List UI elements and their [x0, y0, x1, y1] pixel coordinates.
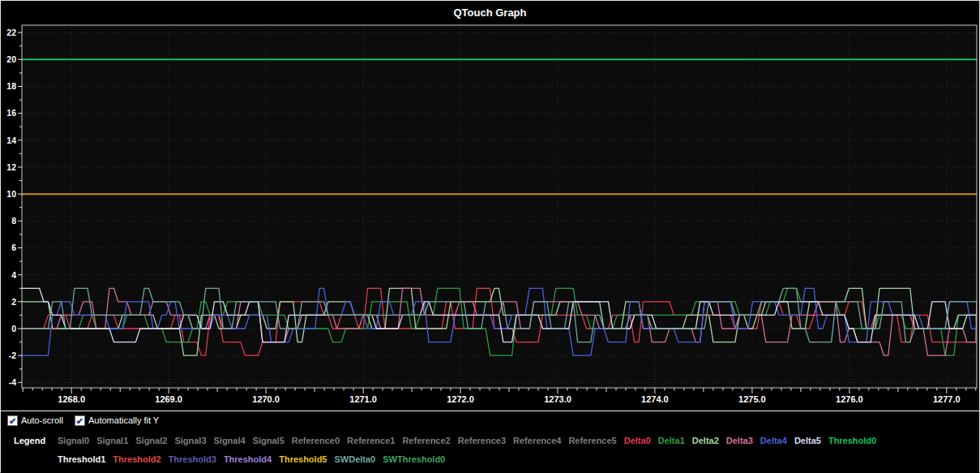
- x-tick-label: 1270.0: [252, 394, 280, 404]
- legend-item-delta3[interactable]: Delta3: [726, 436, 753, 445]
- x-tick-label: 1268.0: [58, 394, 85, 404]
- qtouch-graph-window: QTouch Graph 1268.01269.01270.01271.0127…: [0, 0, 980, 473]
- legend-item-reference0[interactable]: Reference0: [292, 436, 340, 445]
- y-tick-label: 14: [6, 135, 16, 145]
- y-tick-label: 10: [6, 189, 16, 199]
- legend-item-delta1[interactable]: Delta1: [658, 436, 685, 445]
- x-tick-label: 1272.0: [447, 394, 474, 404]
- legend-item-delta2[interactable]: Delta2: [692, 436, 719, 445]
- legend-title: Legend: [14, 436, 58, 445]
- chart-canvas[interactable]: 1268.01269.01270.01271.01272.01273.01274…: [1, 24, 979, 412]
- legend-item-reference5[interactable]: Reference5: [568, 436, 616, 445]
- legend-item-threshold1[interactable]: Threshold1: [58, 454, 105, 464]
- checkbox-checked-icon: ✔: [7, 415, 18, 426]
- checkbox-checked-icon: ✔: [75, 415, 85, 426]
- x-tick-label: 1271.0: [349, 394, 377, 404]
- y-tick-label: 22: [6, 28, 16, 37]
- x-tick-label: 1269.0: [155, 394, 182, 404]
- y-tick-label: -4: [9, 377, 16, 387]
- x-tick-label: 1275.0: [738, 394, 766, 404]
- legend-item-reference3[interactable]: Reference3: [458, 436, 506, 445]
- legend-item-threshold2[interactable]: Threshold2: [113, 454, 160, 464]
- legend-item-swthreshold0[interactable]: SWThreshold0: [383, 454, 445, 464]
- legend-item-signal3[interactable]: Signal3: [174, 436, 206, 445]
- fit-y-checkbox[interactable]: ✔ Automatically fit Y: [75, 415, 159, 426]
- y-tick-label: 8: [11, 216, 16, 226]
- legend-item-threshold5[interactable]: Threshold5: [279, 454, 327, 464]
- y-tick-label: 18: [6, 81, 16, 91]
- legend-item-threshold0[interactable]: Threshold0: [828, 436, 876, 445]
- plot-area[interactable]: [22, 25, 977, 388]
- legend-item-signal5[interactable]: Signal5: [253, 436, 285, 445]
- y-tick-label: 16: [6, 108, 16, 118]
- legend-item-delta4[interactable]: Delta4: [760, 436, 787, 445]
- y-tick-label: 2: [11, 297, 16, 307]
- legend-item-signal1[interactable]: Signal1: [96, 436, 128, 445]
- x-tick-label: 1276.0: [836, 394, 863, 404]
- legend-item-threshold4[interactable]: Threshold4: [224, 454, 272, 464]
- legend-item-threshold3[interactable]: Threshold3: [169, 454, 216, 464]
- x-axis-ticks: [23, 388, 976, 393]
- legend-row-items: Signal0Signal1Signal2Signal3Signal4Signa…: [58, 436, 876, 445]
- legend-item-signal2[interactable]: Signal2: [135, 436, 167, 445]
- auto-scroll-checkbox[interactable]: ✔ Auto-scroll: [7, 415, 63, 426]
- x-tick-label: 1274.0: [641, 394, 669, 404]
- legend-item-swdelta0[interactable]: SWDelta0: [334, 454, 375, 464]
- legend-item-signal4[interactable]: Signal4: [214, 436, 246, 445]
- y-tick-label: 6: [11, 243, 16, 252]
- legend-item-delta0[interactable]: Delta0: [624, 436, 651, 445]
- y-axis-ticks: [18, 32, 22, 382]
- x-tick-label: 1277.0: [933, 394, 961, 404]
- y-tick-label: 0: [11, 324, 16, 333]
- legend-item-signal0[interactable]: Signal0: [58, 436, 89, 445]
- legend-item-reference4[interactable]: Reference4: [513, 436, 561, 445]
- legend-item-reference1[interactable]: Reference1: [347, 436, 395, 445]
- window-titlebar: QTouch Graph: [1, 1, 979, 24]
- fit-y-label: Automatically fit Y: [88, 415, 159, 425]
- legend-row-items: Threshold1Threshold2Threshold3Threshold4…: [58, 454, 445, 464]
- y-tick-label: 20: [6, 54, 16, 64]
- y-tick-label: 12: [6, 162, 16, 172]
- y-tick-label: -2: [9, 350, 16, 360]
- x-tick-label: 1273.0: [544, 394, 571, 404]
- legend-item-delta5[interactable]: Delta5: [794, 436, 821, 445]
- controls-bar: ✔ Auto-scroll ✔ Automatically fit Y: [7, 413, 159, 428]
- legend: Legend Signal0Signal1Signal2Signal3Signa…: [1, 431, 979, 468]
- auto-scroll-label: Auto-scroll: [21, 415, 63, 425]
- legend-row-2: Threshold1Threshold2Threshold3Threshold4…: [1, 449, 979, 468]
- legend-item-reference2[interactable]: Reference2: [402, 436, 450, 445]
- window-title: QTouch Graph: [453, 6, 526, 19]
- y-tick-label: 4: [11, 270, 16, 280]
- legend-row-1: Legend Signal0Signal1Signal2Signal3Signa…: [1, 431, 979, 449]
